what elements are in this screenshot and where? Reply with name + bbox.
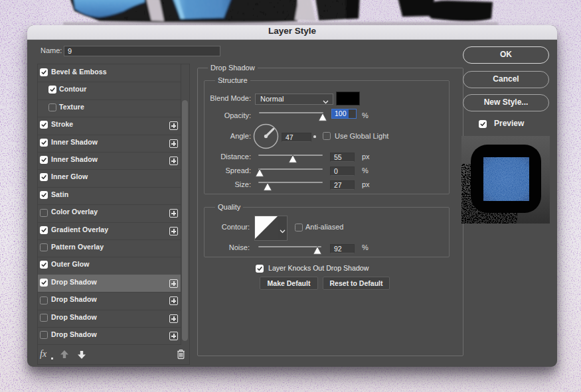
- svg-text:fx: fx: [40, 349, 47, 359]
